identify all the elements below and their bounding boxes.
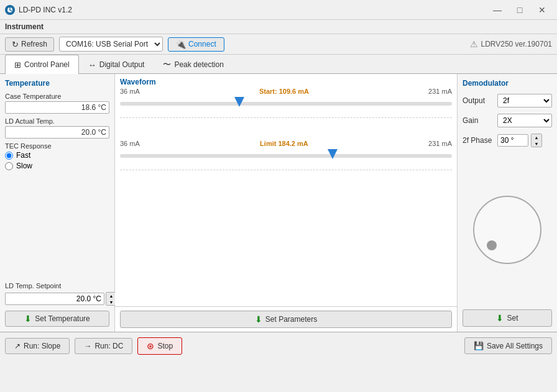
panel-icon: ⊞ — [14, 60, 21, 70]
output-select[interactable]: 2f — [497, 94, 552, 107]
tec-response-label: TEC Response — [5, 142, 109, 150]
connect-button[interactable]: 🔌 Connect — [168, 37, 224, 52]
start-left-label: 36 mA — [120, 88, 140, 95]
toolbar: Refresh COM16: USB Serial Port 🔌 Connect… — [0, 34, 557, 55]
tec-slow-radio[interactable] — [5, 162, 13, 170]
tec-response-field: TEC Response Fast Slow — [5, 142, 109, 171]
phase-spin-up[interactable]: ▲ — [532, 134, 541, 140]
setpoint-label: LD Temp. Setpoint — [5, 282, 109, 289]
output-label: Output — [463, 96, 495, 105]
instrument-section-label: Instrument — [0, 20, 557, 34]
limit-slider-wrapper — [120, 148, 452, 163]
phase-label: 2f Phase — [463, 136, 495, 145]
left-panel: Temperature Case Temperature LD Actual T… — [0, 74, 115, 332]
output-row: Output 2f — [463, 94, 552, 107]
peak-icon: 〜 — [163, 59, 171, 70]
limit-center-label: Limit 184.2 mA — [260, 140, 308, 147]
minimize-button[interactable]: — — [487, 4, 507, 16]
circle-container — [463, 153, 552, 306]
start-dotted-ruler — [120, 112, 452, 122]
app-icon — [5, 5, 15, 15]
run-slope-button[interactable]: ↗ Run: Slope — [5, 338, 70, 354]
center-panel: Waveform 36 mA Start: 109.6 mA 231 mA — [115, 74, 458, 332]
bottom-bar: ↗ Run: Slope → Run: DC ⊛ Stop 💾 Save All… — [0, 332, 557, 359]
start-slider-labels: 36 mA Start: 109.6 mA 231 mA — [120, 88, 452, 95]
limit-right-label: 231 mA — [428, 140, 452, 147]
refresh-icon — [12, 40, 19, 49]
run-dc-icon: → — [84, 342, 91, 350]
set-params-container: ⬇ Set Parameters — [115, 306, 457, 332]
title-bar: LD-PD INC v1.2 — □ ✕ — [0, 0, 557, 20]
tec-fast-option[interactable]: Fast — [5, 151, 109, 160]
main-content: Temperature Case Temperature LD Actual T… — [0, 74, 557, 332]
close-button[interactable]: ✕ — [532, 4, 552, 16]
phase-spin-down[interactable]: ▼ — [532, 140, 541, 147]
stop-button[interactable]: ⊛ Stop — [137, 337, 182, 355]
app-title: LD-PD INC v1.2 — [19, 6, 487, 14]
start-slider-wrapper — [120, 96, 452, 111]
limit-dotted-ruler — [120, 165, 452, 175]
window-controls: — □ ✕ — [487, 4, 552, 16]
tab-bar: ⊞ Control Panel ↔ Digital Output 〜 Peak … — [0, 55, 557, 74]
limit-ruler-inner — [120, 170, 452, 170]
set-parameters-button[interactable]: ⬇ Set Parameters — [120, 311, 452, 328]
tec-response-group: Fast Slow — [5, 151, 109, 170]
refresh-button[interactable]: Refresh — [5, 37, 54, 52]
setpoint-row: ▲ ▼ — [5, 292, 109, 306]
phase-circle[interactable] — [473, 196, 541, 264]
warning-icon: ⚠ — [470, 39, 478, 49]
waveform-area: 36 mA Start: 109.6 mA 231 mA — [115, 88, 457, 306]
start-center-label: Start: 109.6 mA — [259, 88, 309, 95]
tab-digital-output[interactable]: ↔ Digital Output — [79, 55, 154, 74]
gain-select[interactable]: 2X — [497, 114, 552, 127]
start-slider-group: 36 mA Start: 109.6 mA 231 mA — [120, 88, 452, 122]
tec-fast-radio[interactable] — [5, 152, 13, 160]
save-all-settings-button[interactable]: 💾 Save All Settings — [464, 337, 552, 354]
circle-dot[interactable] — [487, 240, 497, 250]
limit-slider-labels: 36 mA Limit 184.2 mA 231 mA — [120, 140, 452, 147]
demodulator-title: Demodulator — [463, 79, 552, 88]
set-temp-icon: ⬇ — [24, 314, 32, 324]
tab-peak-detection[interactable]: 〜 Peak detection — [154, 55, 232, 74]
set-temperature-button[interactable]: ⬇ Set Temperature — [5, 311, 109, 327]
ld-actual-label: LD Actual Temp. — [5, 117, 109, 125]
limit-slider-group: 36 mA Limit 184.2 mA 231 mA — [120, 140, 452, 175]
run-dc-button[interactable]: → Run: DC — [75, 338, 132, 354]
spacer-1 — [120, 130, 452, 140]
waveform-title: Waveform — [115, 74, 457, 88]
port-select[interactable]: COM16: USB Serial Port — [59, 37, 163, 52]
setpoint-field: LD Temp. Setpoint ▲ ▼ — [5, 282, 109, 306]
case-temp-input[interactable] — [5, 101, 109, 114]
start-right-label: 231 mA — [428, 88, 452, 95]
run-slope-icon: ↗ — [14, 342, 21, 350]
connect-icon: 🔌 — [176, 40, 186, 49]
gain-label: Gain — [463, 116, 495, 125]
ld-actual-field: LD Actual Temp. — [5, 117, 109, 139]
version-info: ⚠ LDRV250 ver.190701 — [470, 39, 552, 49]
maximize-button[interactable]: □ — [510, 4, 530, 16]
digital-icon: ↔ — [88, 60, 96, 70]
case-temp-label: Case Temperature — [5, 93, 109, 100]
phase-input[interactable] — [497, 134, 528, 147]
case-temp-field: Case Temperature — [5, 93, 109, 114]
demod-set-button[interactable]: ⬇ Set — [463, 309, 552, 327]
stop-icon: ⊛ — [147, 341, 154, 351]
save-icon: 💾 — [474, 341, 484, 350]
tab-control-panel[interactable]: ⊞ Control Panel — [5, 55, 79, 74]
tec-slow-option[interactable]: Slow — [5, 162, 109, 170]
limit-left-label: 36 mA — [120, 140, 140, 147]
set-params-icon: ⬇ — [255, 314, 262, 324]
right-panel: Demodulator Output 2f Gain 2X 2f Phase ▲… — [458, 74, 557, 332]
phase-spinner: ▲ ▼ — [531, 134, 542, 147]
setpoint-input[interactable] — [5, 293, 104, 305]
ld-actual-input[interactable] — [5, 126, 109, 139]
gain-row: Gain 2X — [463, 114, 552, 127]
temperature-section-title: Temperature — [5, 79, 109, 88]
demod-set-icon: ⬇ — [496, 313, 504, 323]
phase-row: 2f Phase ▲ ▼ — [463, 134, 552, 147]
start-ruler-inner — [120, 117, 452, 118]
